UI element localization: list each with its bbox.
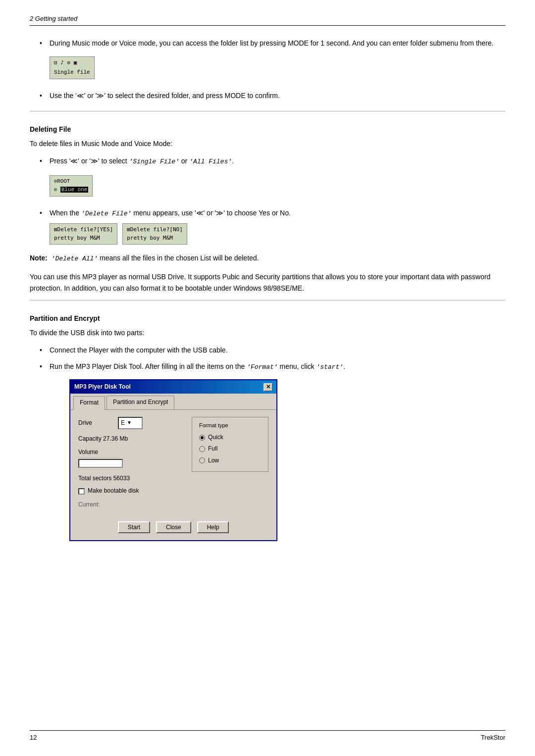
section-heading-delete: Deleting File [30,125,505,133]
screen2-line1: ⊠Delete file?[NO] [127,225,183,234]
run-mid: menu, click [278,362,317,370]
radio-quick-btn[interactable] [199,435,205,441]
run-pre: Run the MP3 Player Disk Tool. After fill… [50,362,247,370]
lcd-selected-text: Blue one [60,187,89,193]
lcd-text: Single file [54,68,90,77]
bullet-post: . [232,157,234,165]
bullet-pre2: When the [50,209,81,217]
dialog-tabs: Format Partition and Encrypt [70,394,276,409]
radio-full-label: Full [208,444,217,454]
section-heading-partition: Partition and Encrypt [30,314,505,322]
list-item-connect: Connect the Player with the computer wit… [40,345,505,355]
note-line: Note: 'Delete All' means all the files i… [30,252,505,264]
bullet-mid: or [179,157,189,165]
sectors-text: Total sectors 56033 [78,474,177,483]
connect-text: Connect the Player with the computer wit… [50,346,228,354]
bullet-text: Use the '≪' or '≫' to select the desired… [50,92,280,100]
header-text: 2 Getting started [30,15,77,22]
capacity-text: Capacity 27.36 Mb [78,434,177,444]
radio-full: Full [199,444,261,454]
format-type-label: Format type [199,421,261,430]
dialog-left-panel: Drive E ▼ Capacity 27.36 Mb Volume [78,417,177,509]
run-post: . [343,362,345,370]
bullet-text: During Music mode or Voice mode, you can… [50,39,493,47]
note-bold: Note: [30,254,48,262]
list-item-run: Run the MP3 Player Disk Tool. After fill… [40,361,505,541]
start-button[interactable]: Start [118,521,150,533]
radio-quick-label: Quick [208,433,223,442]
lcd-icon: ⊡ ♪ ⊙ ▣ [54,58,77,67]
bootable-checkbox-row: Make bootable disk [78,486,177,496]
screen1-line1: ⊠Delete file?[YES] [54,225,113,234]
section-deleting-file: Deleting File To delete files in Music M… [30,125,505,294]
current-label: Current: [78,500,177,509]
radio-low: Low [199,456,261,465]
list-item: Use the '≪' or '≫' to select the desired… [40,90,505,101]
lcd-root: ⊙ROOT [54,177,88,186]
volume-label: Volume [78,448,177,457]
format-type-group: Format type Quick Full [192,417,268,472]
radio-low-label: Low [208,456,219,465]
bootable-checkbox[interactable] [78,488,85,495]
screen2-line2: pretty boy M&M [127,234,183,243]
lcd-blue: ⊙ Blue one [54,186,88,195]
bullet-code2: 'All Files' [189,158,232,165]
drive-row: Drive E ▼ [78,417,177,429]
tab-partition-encrypt[interactable]: Partition and Encrypt [107,396,174,409]
drive-label: Drive [78,418,118,428]
dialog-title: MP3 Plyer Disk Tool [74,382,131,392]
dialog-close-button[interactable]: ✕ [264,383,272,391]
body-paragraph: You can use this MP3 player as normal US… [30,271,505,294]
section-intro: To delete files in Music Mode and Voice … [30,138,505,150]
dialog-buttons: Start Close Help [70,516,276,540]
mp3-disk-tool-dialog: MP3 Plyer Disk Tool ✕ Format Partition a… [69,379,277,541]
partition-intro: To divide the USB disk into two parts: [30,327,505,339]
drive-select[interactable]: E ▼ [118,417,143,429]
dialog-main-area: Drive E ▼ Capacity 27.36 Mb Volume [78,417,268,509]
dialog-content: Drive E ▼ Capacity 27.36 Mb Volume [70,410,276,516]
bullet-delete-code: 'Delete File' [81,210,131,217]
dropdown-arrow-icon: ▼ [127,419,132,427]
delete-screen-no: ⊠Delete file?[NO] pretty boy M&M [122,223,187,245]
dialog-titlebar: MP3 Plyer Disk Tool ✕ [70,380,276,394]
screen1-line2: pretty boy M&M [54,234,113,243]
delete-screen-yes: ⊠Delete file?[YES] pretty boy M&M [50,223,117,245]
bullet-mid2: menu appears, use '≪' or '≫' to choose Y… [131,209,291,217]
brand-name: TrekStor [481,734,505,741]
section-mode: During Music mode or Voice mode, you can… [30,38,505,101]
note-rest: means all the files in the chosen List w… [98,254,259,262]
bullet-code1: 'Single File' [129,158,179,165]
close-button[interactable]: Close [156,521,191,533]
page-header: 2 Getting started [30,15,505,26]
page-number: 12 [30,734,37,741]
tab-format[interactable]: Format [73,396,105,409]
section-partition: Partition and Encrypt To divide the USB … [30,314,505,541]
list-item-delete: When the 'Delete File' menu appears, use… [40,207,505,245]
lcd-display-1: ⊡ ♪ ⊙ ▣ Single file [50,56,95,79]
bootable-label: Make bootable disk [88,486,139,496]
help-button[interactable]: Help [197,521,229,533]
note-code: 'Delete All' [48,255,98,262]
run-code2: 'start' [316,363,343,371]
volume-input[interactable] [78,459,123,468]
run-code1: 'Format' [247,363,277,371]
list-item: During Music mode or Voice mode, you can… [40,38,505,85]
lcd-display-2: ⊙ROOT ⊙ Blue one [50,175,93,197]
bullet-pre: Press '≪' or '≫' to select [50,157,129,165]
radio-quick: Quick [199,433,261,442]
radio-full-btn[interactable] [199,446,205,452]
list-item-select: Press '≪' or '≫' to select 'Single File'… [40,155,505,202]
drive-value: E [121,418,125,428]
radio-low-btn[interactable] [199,457,205,463]
page-footer: 12 TrekStor [30,730,505,741]
